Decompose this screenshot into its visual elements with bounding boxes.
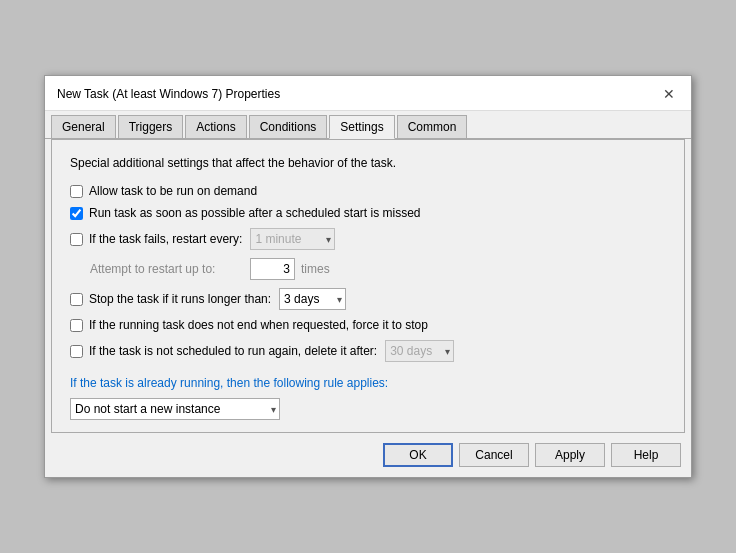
tab-triggers[interactable]: Triggers bbox=[118, 115, 184, 138]
button-bar: OK Cancel Apply Help bbox=[45, 433, 691, 477]
force-stop-checkbox[interactable] bbox=[70, 319, 83, 332]
apply-button[interactable]: Apply bbox=[535, 443, 605, 467]
stop-duration-select[interactable]: 1 hour 2 hours 3 days bbox=[279, 288, 346, 310]
restart-checkbox[interactable] bbox=[70, 233, 83, 246]
force-stop-row: If the running task does not end when re… bbox=[70, 318, 666, 332]
attempt-row: Attempt to restart up to: times bbox=[90, 258, 666, 280]
ok-button[interactable]: OK bbox=[383, 443, 453, 467]
restart-count-input[interactable] bbox=[250, 258, 295, 280]
tab-settings[interactable]: Settings bbox=[329, 115, 394, 139]
title-bar: New Task (At least Windows 7) Properties… bbox=[45, 76, 691, 111]
restart-interval-wrapper: 1 minute 5 minutes 10 minutes ▾ bbox=[250, 228, 335, 250]
tab-general[interactable]: General bbox=[51, 115, 116, 138]
tab-bar: General Triggers Actions Conditions Sett… bbox=[45, 111, 691, 139]
force-stop-label: If the running task does not end when re… bbox=[89, 318, 428, 332]
restart-row: If the task fails, restart every: 1 minu… bbox=[70, 228, 666, 250]
cancel-button[interactable]: Cancel bbox=[459, 443, 529, 467]
delete-checkbox[interactable] bbox=[70, 345, 83, 358]
delete-after-select[interactable]: 30 days 45 days 60 days bbox=[385, 340, 454, 362]
stop-long-checkbox[interactable] bbox=[70, 293, 83, 306]
instance-rule-select[interactable]: Do not start a new instance Run a new in… bbox=[70, 398, 280, 420]
window-title: New Task (At least Windows 7) Properties bbox=[57, 87, 280, 101]
tab-actions[interactable]: Actions bbox=[185, 115, 246, 138]
main-window: New Task (At least Windows 7) Properties… bbox=[44, 75, 692, 478]
delete-after-wrapper: 30 days 45 days 60 days ▾ bbox=[385, 340, 454, 362]
allow-on-demand-label: Allow task to be run on demand bbox=[89, 184, 257, 198]
settings-description: Special additional settings that affect … bbox=[70, 156, 666, 170]
instance-rule-wrapper: Do not start a new instance Run a new in… bbox=[70, 398, 280, 420]
run-missed-checkbox[interactable] bbox=[70, 207, 83, 220]
tab-common[interactable]: Common bbox=[397, 115, 468, 138]
restart-interval-select[interactable]: 1 minute 5 minutes 10 minutes bbox=[250, 228, 335, 250]
run-missed-row: Run task as soon as possible after a sch… bbox=[70, 206, 666, 220]
close-button[interactable]: ✕ bbox=[659, 84, 679, 104]
rule-label: If the task is already running, then the… bbox=[70, 376, 666, 390]
allow-on-demand-row: Allow task to be run on demand bbox=[70, 184, 666, 198]
delete-label: If the task is not scheduled to run agai… bbox=[89, 344, 377, 358]
stop-row: Stop the task if it runs longer than: 1 … bbox=[70, 288, 666, 310]
stop-duration-wrapper: 1 hour 2 hours 3 days ▾ bbox=[279, 288, 346, 310]
help-button[interactable]: Help bbox=[611, 443, 681, 467]
attempt-label: Attempt to restart up to: bbox=[90, 262, 250, 276]
delete-row: If the task is not scheduled to run agai… bbox=[70, 340, 666, 362]
settings-panel: Special additional settings that affect … bbox=[51, 139, 685, 433]
times-label: times bbox=[301, 262, 330, 276]
run-missed-label: Run task as soon as possible after a sch… bbox=[89, 206, 421, 220]
tab-conditions[interactable]: Conditions bbox=[249, 115, 328, 138]
restart-label: If the task fails, restart every: bbox=[89, 232, 242, 246]
stop-long-label: Stop the task if it runs longer than: bbox=[89, 292, 271, 306]
allow-on-demand-checkbox[interactable] bbox=[70, 185, 83, 198]
